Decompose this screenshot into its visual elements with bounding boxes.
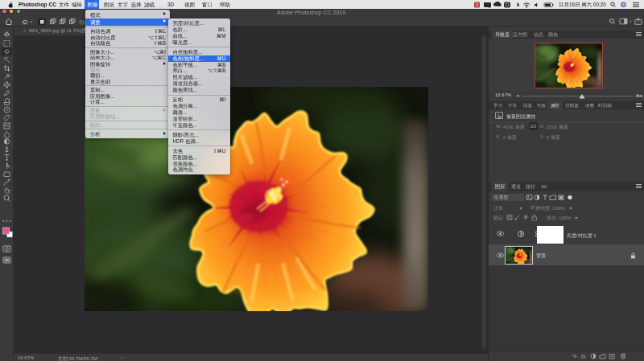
svg-text:fx: fx <box>581 354 586 359</box>
